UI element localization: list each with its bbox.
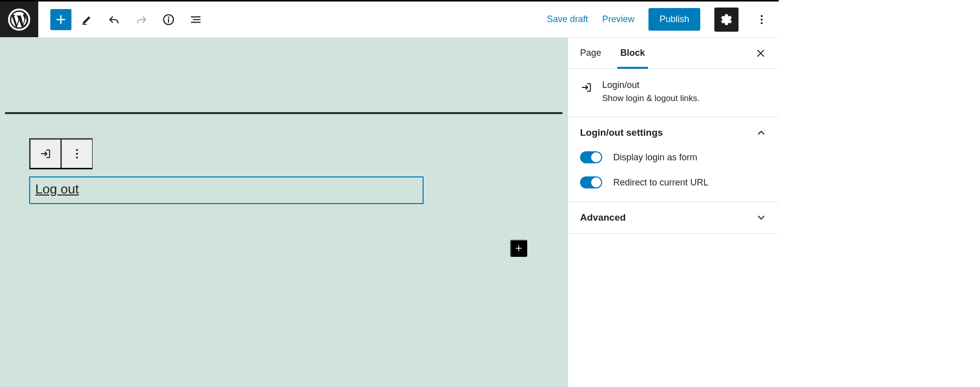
gear-icon bbox=[720, 13, 733, 26]
list-view-icon bbox=[189, 13, 202, 26]
toggle-row-redirect: Redirect to current URL bbox=[580, 176, 767, 188]
inline-add-block-button[interactable] bbox=[510, 240, 527, 257]
panel-body-loginout: Display login as form Redirect to curren… bbox=[568, 148, 779, 202]
info-icon bbox=[162, 13, 175, 26]
undo-button[interactable] bbox=[103, 8, 126, 31]
svg-point-4 bbox=[168, 16, 169, 18]
toggle-label: Display login as form bbox=[613, 152, 697, 163]
svg-point-6 bbox=[761, 19, 763, 21]
toolbar-right: Save draft Preview Publish bbox=[547, 8, 779, 32]
svg-point-7 bbox=[761, 22, 763, 24]
svg-point-9 bbox=[76, 153, 78, 155]
panel-advanced: Advanced bbox=[568, 202, 779, 234]
block-options-button[interactable] bbox=[61, 139, 92, 169]
login-icon bbox=[580, 81, 593, 94]
block-toolbar bbox=[29, 138, 93, 169]
logout-link[interactable]: Log out bbox=[35, 181, 79, 197]
close-sidebar-button[interactable] bbox=[753, 45, 769, 61]
editor-canvas[interactable]: Log out bbox=[0, 38, 567, 387]
tab-block[interactable]: Block bbox=[620, 38, 645, 68]
details-button[interactable] bbox=[157, 8, 180, 31]
svg-point-5 bbox=[761, 15, 763, 17]
kebab-icon bbox=[760, 14, 763, 26]
plus-icon bbox=[54, 13, 67, 26]
canvas-content: Log out bbox=[5, 114, 562, 204]
toggle-row-display-form: Display login as form bbox=[580, 151, 767, 163]
chevron-up-icon bbox=[756, 127, 767, 138]
chevron-down-icon bbox=[756, 212, 767, 223]
toolbar-left bbox=[38, 8, 207, 31]
block-card: Login/out Show login & logout links. bbox=[568, 69, 779, 117]
sidebar-tabs: Page Block bbox=[568, 38, 779, 69]
editor-topbar: Save draft Preview Publish bbox=[0, 2, 779, 38]
redo-button[interactable] bbox=[130, 8, 153, 31]
pencil-icon bbox=[80, 13, 94, 26]
list-view-button[interactable] bbox=[184, 8, 207, 31]
svg-point-10 bbox=[76, 157, 78, 159]
panel-header-advanced[interactable]: Advanced bbox=[568, 202, 779, 233]
edit-tools-button[interactable] bbox=[75, 8, 99, 31]
block-card-title: Login/out bbox=[602, 80, 700, 93]
wordpress-block-editor: Save draft Preview Publish bbox=[0, 0, 779, 387]
add-block-button[interactable] bbox=[50, 9, 71, 30]
preview-button[interactable]: Preview bbox=[602, 14, 634, 25]
panel-loginout-settings: Login/out settings Display login as form… bbox=[568, 117, 779, 202]
kebab-icon bbox=[70, 147, 84, 160]
save-draft-button[interactable]: Save draft bbox=[547, 14, 588, 25]
options-button[interactable] bbox=[753, 8, 771, 31]
toggle-label: Redirect to current URL bbox=[613, 177, 708, 188]
settings-sidebar: Page Block Login/out Show login & logout… bbox=[567, 38, 779, 387]
svg-point-8 bbox=[76, 149, 78, 151]
wordpress-logo-icon bbox=[8, 9, 30, 31]
panel-title: Login/out settings bbox=[580, 127, 663, 138]
login-icon bbox=[39, 147, 52, 160]
panel-title: Advanced bbox=[580, 212, 626, 223]
block-type-button[interactable] bbox=[30, 139, 61, 169]
toggle-display-login-as-form[interactable] bbox=[580, 151, 602, 163]
settings-button[interactable] bbox=[714, 8, 739, 32]
publish-button[interactable]: Publish bbox=[648, 8, 700, 31]
redo-icon bbox=[135, 13, 148, 26]
wordpress-logo-button[interactable] bbox=[0, 2, 38, 37]
panel-header-loginout[interactable]: Login/out settings bbox=[568, 117, 779, 148]
plus-icon bbox=[514, 243, 523, 254]
svg-rect-1 bbox=[83, 24, 87, 25]
editor-body: Log out Page Block Login/out bbox=[0, 38, 779, 387]
tab-page[interactable]: Page bbox=[580, 38, 601, 68]
undo-icon bbox=[108, 13, 121, 26]
block-card-description: Show login & logout links. bbox=[602, 93, 700, 104]
close-icon bbox=[756, 48, 766, 58]
toggle-redirect-current-url[interactable] bbox=[580, 176, 602, 188]
loginout-block[interactable]: Log out bbox=[29, 176, 424, 204]
